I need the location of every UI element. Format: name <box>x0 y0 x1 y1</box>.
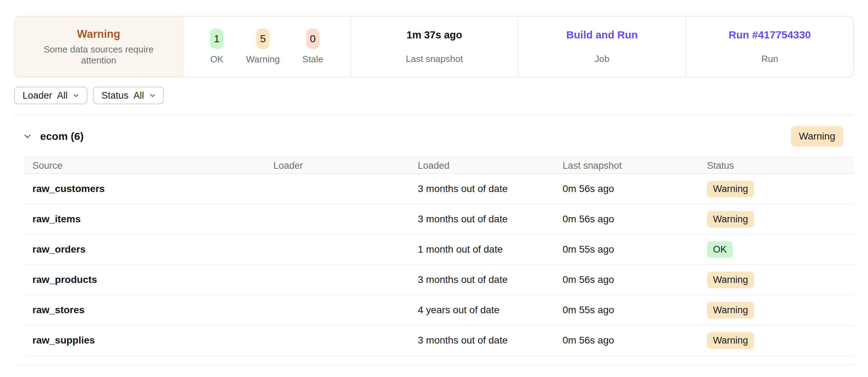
status-badge: Warning <box>707 211 754 228</box>
loaded-cell: 4 years out of date <box>410 304 555 316</box>
count-ok: 1 OK <box>210 29 223 65</box>
status-filter-dropdown[interactable]: StatusAll <box>93 87 164 104</box>
status-summary-subtitle: Some data sources require attention <box>37 44 160 66</box>
last-snapshot-card: 1m 37s ago Last snapshot <box>351 17 519 77</box>
loaded-cell: 1 month out of date <box>410 244 555 255</box>
status-summary-title: Warning <box>77 28 120 41</box>
last-snapshot-cell: 0m 55s ago <box>555 244 699 255</box>
run-link[interactable]: Run #417754330 <box>728 29 811 41</box>
job-label: Job <box>595 54 609 64</box>
table-row: raw_products 3 months out of date 0m 56s… <box>25 265 854 295</box>
table-row: raw_items 3 months out of date 0m 56s ag… <box>25 204 854 235</box>
status-counts-card: 1 OK 5 Warning 0 Stale <box>183 17 351 77</box>
warning-count-pill: 5 <box>256 29 269 49</box>
last-snapshot-label: Last snapshot <box>406 54 463 64</box>
loader-filter-value: All <box>57 90 68 101</box>
chevron-down-icon <box>73 92 80 99</box>
column-header-loader: Loader <box>266 160 410 171</box>
status-badge: Warning <box>707 332 754 349</box>
table-header-row: Source Loader Loaded Last snapshot Statu… <box>25 157 854 174</box>
column-header-last-snapshot: Last snapshot <box>555 160 699 171</box>
status-badge: Warning <box>707 272 754 288</box>
source-name: raw_stores <box>25 304 266 316</box>
last-snapshot-value: 1m 37s ago <box>407 29 462 41</box>
status-filter-value: All <box>134 90 144 101</box>
status-badge: Warning <box>707 302 754 319</box>
table-row: raw_supplies 3 months out of date 0m 56s… <box>25 326 854 356</box>
loader-filter-label: Loader <box>23 90 52 101</box>
run-card: Run #417754330 Run <box>686 17 853 77</box>
job-card: Build and Run Job <box>519 17 686 77</box>
loaded-cell: 3 months out of date <box>410 214 555 225</box>
column-header-source: Source <box>25 160 266 171</box>
loaded-cell: 3 months out of date <box>410 183 555 194</box>
stale-count-pill: 0 <box>306 29 320 49</box>
source-name: raw_orders <box>25 244 266 255</box>
source-name: raw_items <box>25 214 266 225</box>
ok-count-label: OK <box>210 54 224 65</box>
run-label: Run <box>761 54 778 64</box>
last-snapshot-cell: 0m 56s ago <box>555 214 699 225</box>
ok-count-pill: 1 <box>210 29 223 49</box>
chevron-down-icon <box>149 92 156 99</box>
last-snapshot-cell: 0m 56s ago <box>555 183 699 194</box>
job-link[interactable]: Build and Run <box>566 29 638 41</box>
table-row: raw_orders 1 month out of date 0m 55s ag… <box>25 235 854 265</box>
filters-bar: LoaderAll StatusAll <box>14 87 854 116</box>
source-name: raw_products <box>25 274 266 285</box>
last-snapshot-cell: 0m 56s ago <box>555 274 699 285</box>
next-section-divider <box>14 364 854 365</box>
sources-table: Source Loader Loaded Last snapshot Statu… <box>25 157 854 356</box>
table-row: raw_customers 3 months out of date 0m 56… <box>25 174 854 204</box>
source-name: raw_customers <box>25 183 266 194</box>
chevron-down-icon[interactable] <box>23 131 32 141</box>
count-warning: 5 Warning <box>246 29 280 65</box>
table-row: raw_stores 4 years out of date 0m 55s ag… <box>25 295 854 326</box>
loaded-cell: 3 months out of date <box>410 274 555 285</box>
last-snapshot-cell: 0m 55s ago <box>555 304 699 316</box>
page: Warning Some data sources require attent… <box>0 16 868 365</box>
status-badge: Warning <box>707 181 754 197</box>
source-name: raw_supplies <box>25 335 266 346</box>
status-summary-card: Warning Some data sources require attent… <box>15 17 183 77</box>
column-header-loaded: Loaded <box>410 160 555 171</box>
loaded-cell: 3 months out of date <box>410 335 555 346</box>
last-snapshot-cell: 0m 56s ago <box>555 335 699 346</box>
group-status-badge: Warning <box>791 126 843 147</box>
count-stale: 0 Stale <box>302 29 323 65</box>
group-header-ecom[interactable]: ecom (6) Warning <box>14 116 854 157</box>
warning-count-label: Warning <box>246 54 280 65</box>
summary-bar: Warning Some data sources require attent… <box>14 16 854 78</box>
column-header-status: Status <box>699 160 854 171</box>
group-title: ecom (6) <box>40 130 83 142</box>
stale-count-label: Stale <box>302 54 323 65</box>
status-filter-label: Status <box>101 90 129 101</box>
loader-filter-dropdown[interactable]: LoaderAll <box>14 87 87 104</box>
status-badge: OK <box>707 241 733 258</box>
